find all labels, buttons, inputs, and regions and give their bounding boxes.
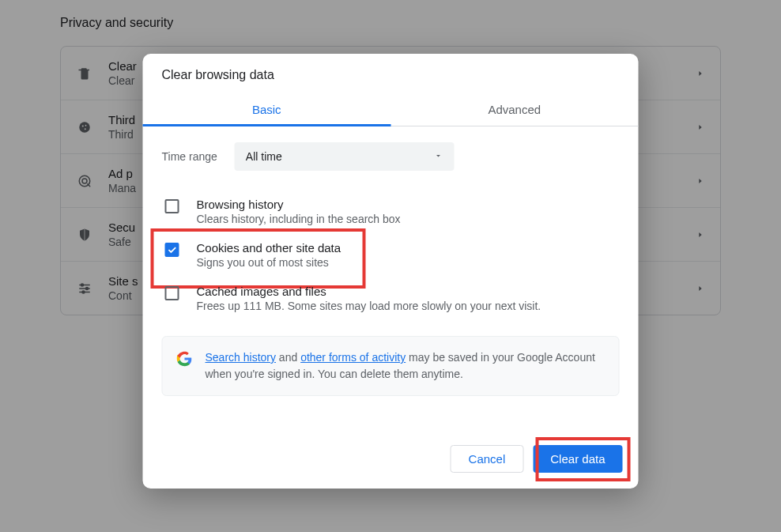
checkbox-cookies[interactable] xyxy=(165,243,179,257)
option-cache[interactable]: Cached images and files Frees up 111 MB.… xyxy=(162,277,620,320)
checkbox-browsing-history[interactable] xyxy=(165,199,179,213)
search-history-link[interactable]: Search history xyxy=(206,351,276,364)
dialog-tabs: Basic Advanced xyxy=(143,93,639,126)
cancel-button[interactable]: Cancel xyxy=(451,445,524,473)
option-title: Cached images and files xyxy=(197,285,617,298)
option-sub: Clears history, including in the search … xyxy=(197,213,617,225)
clear-data-button[interactable]: Clear data xyxy=(533,445,622,473)
option-sub: Frees up 111 MB. Some sites may load mor… xyxy=(197,300,617,312)
option-title: Browsing history xyxy=(197,198,617,211)
time-range-label: Time range xyxy=(162,150,217,163)
option-sub: Signs you out of most sites xyxy=(197,256,617,269)
tab-basic[interactable]: Basic xyxy=(143,93,391,126)
option-title: Cookies and other site data xyxy=(197,241,617,255)
info-text: Search history and other forms of activi… xyxy=(206,349,605,383)
time-range-select[interactable]: All time xyxy=(235,142,455,171)
info-mid: and xyxy=(276,351,300,364)
option-cookies[interactable]: Cookies and other site data Signs you ou… xyxy=(162,233,620,277)
clear-browsing-dialog: Clear browsing data Basic Advanced Time … xyxy=(143,54,639,489)
tab-advanced[interactable]: Advanced xyxy=(390,93,639,126)
google-info-card: Search history and other forms of activi… xyxy=(162,336,620,396)
other-activity-link[interactable]: other forms of activity xyxy=(300,351,406,364)
google-logo-icon xyxy=(177,351,193,367)
checkbox-cache[interactable] xyxy=(165,286,179,300)
dialog-title: Clear browsing data xyxy=(143,54,639,93)
option-browsing-history[interactable]: Browsing history Clears history, includi… xyxy=(162,190,620,233)
dropdown-arrow-icon xyxy=(434,150,443,163)
time-range-value: All time xyxy=(246,150,282,163)
